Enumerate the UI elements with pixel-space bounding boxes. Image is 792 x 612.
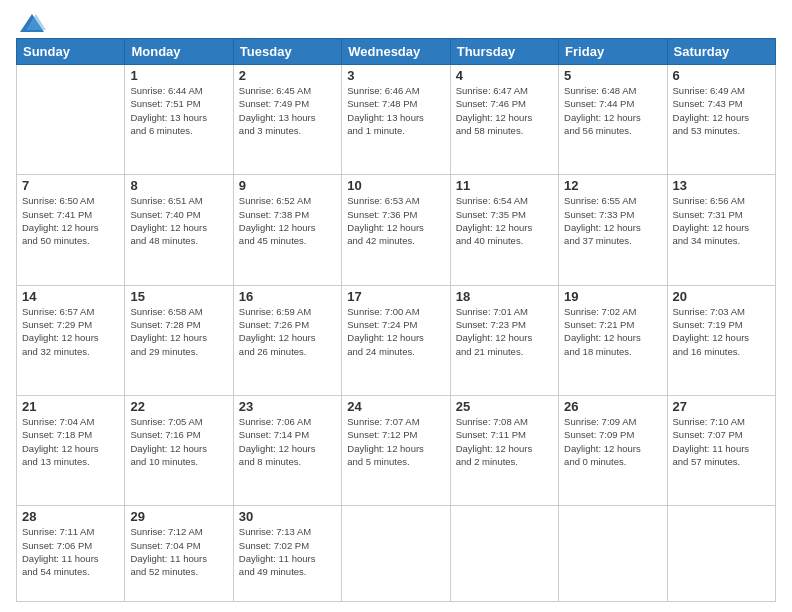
day-info: Sunrise: 7:08 AM Sunset: 7:11 PM Dayligh… [456, 415, 553, 468]
calendar-cell: 16Sunrise: 6:59 AM Sunset: 7:26 PM Dayli… [233, 285, 341, 395]
calendar-cell: 22Sunrise: 7:05 AM Sunset: 7:16 PM Dayli… [125, 396, 233, 506]
day-info: Sunrise: 7:00 AM Sunset: 7:24 PM Dayligh… [347, 305, 444, 358]
calendar-cell: 23Sunrise: 7:06 AM Sunset: 7:14 PM Dayli… [233, 396, 341, 506]
day-info: Sunrise: 7:09 AM Sunset: 7:09 PM Dayligh… [564, 415, 661, 468]
day-info: Sunrise: 6:47 AM Sunset: 7:46 PM Dayligh… [456, 84, 553, 137]
calendar-cell: 27Sunrise: 7:10 AM Sunset: 7:07 PM Dayli… [667, 396, 775, 506]
day-info: Sunrise: 6:45 AM Sunset: 7:49 PM Dayligh… [239, 84, 336, 137]
day-number: 4 [456, 68, 553, 83]
day-number: 5 [564, 68, 661, 83]
day-number: 18 [456, 289, 553, 304]
day-number: 8 [130, 178, 227, 193]
day-number: 14 [22, 289, 119, 304]
day-number: 24 [347, 399, 444, 414]
calendar-week-3: 14Sunrise: 6:57 AM Sunset: 7:29 PM Dayli… [17, 285, 776, 395]
day-number: 26 [564, 399, 661, 414]
col-header-monday: Monday [125, 39, 233, 65]
calendar-cell: 3Sunrise: 6:46 AM Sunset: 7:48 PM Daylig… [342, 65, 450, 175]
day-info: Sunrise: 7:01 AM Sunset: 7:23 PM Dayligh… [456, 305, 553, 358]
calendar-cell: 26Sunrise: 7:09 AM Sunset: 7:09 PM Dayli… [559, 396, 667, 506]
calendar-cell: 19Sunrise: 7:02 AM Sunset: 7:21 PM Dayli… [559, 285, 667, 395]
col-header-sunday: Sunday [17, 39, 125, 65]
day-info: Sunrise: 6:51 AM Sunset: 7:40 PM Dayligh… [130, 194, 227, 247]
day-info: Sunrise: 7:12 AM Sunset: 7:04 PM Dayligh… [130, 525, 227, 578]
day-number: 11 [456, 178, 553, 193]
day-info: Sunrise: 6:49 AM Sunset: 7:43 PM Dayligh… [673, 84, 770, 137]
calendar-cell: 2Sunrise: 6:45 AM Sunset: 7:49 PM Daylig… [233, 65, 341, 175]
day-number: 12 [564, 178, 661, 193]
day-number: 9 [239, 178, 336, 193]
calendar-cell: 21Sunrise: 7:04 AM Sunset: 7:18 PM Dayli… [17, 396, 125, 506]
calendar-cell: 14Sunrise: 6:57 AM Sunset: 7:29 PM Dayli… [17, 285, 125, 395]
day-number: 29 [130, 509, 227, 524]
header-row: SundayMondayTuesdayWednesdayThursdayFrid… [17, 39, 776, 65]
day-number: 30 [239, 509, 336, 524]
logo [16, 10, 46, 34]
day-info: Sunrise: 6:58 AM Sunset: 7:28 PM Dayligh… [130, 305, 227, 358]
calendar-week-2: 7Sunrise: 6:50 AM Sunset: 7:41 PM Daylig… [17, 175, 776, 285]
calendar-table: SundayMondayTuesdayWednesdayThursdayFrid… [16, 38, 776, 602]
calendar-cell: 30Sunrise: 7:13 AM Sunset: 7:02 PM Dayli… [233, 506, 341, 602]
day-info: Sunrise: 7:10 AM Sunset: 7:07 PM Dayligh… [673, 415, 770, 468]
page: SundayMondayTuesdayWednesdayThursdayFrid… [0, 0, 792, 612]
day-info: Sunrise: 6:46 AM Sunset: 7:48 PM Dayligh… [347, 84, 444, 137]
day-info: Sunrise: 6:53 AM Sunset: 7:36 PM Dayligh… [347, 194, 444, 247]
calendar-cell: 25Sunrise: 7:08 AM Sunset: 7:11 PM Dayli… [450, 396, 558, 506]
day-number: 10 [347, 178, 444, 193]
day-info: Sunrise: 6:56 AM Sunset: 7:31 PM Dayligh… [673, 194, 770, 247]
day-info: Sunrise: 6:59 AM Sunset: 7:26 PM Dayligh… [239, 305, 336, 358]
calendar-cell: 9Sunrise: 6:52 AM Sunset: 7:38 PM Daylig… [233, 175, 341, 285]
day-number: 16 [239, 289, 336, 304]
day-number: 13 [673, 178, 770, 193]
day-info: Sunrise: 7:02 AM Sunset: 7:21 PM Dayligh… [564, 305, 661, 358]
calendar-cell: 15Sunrise: 6:58 AM Sunset: 7:28 PM Dayli… [125, 285, 233, 395]
calendar-week-4: 21Sunrise: 7:04 AM Sunset: 7:18 PM Dayli… [17, 396, 776, 506]
col-header-saturday: Saturday [667, 39, 775, 65]
col-header-friday: Friday [559, 39, 667, 65]
col-header-wednesday: Wednesday [342, 39, 450, 65]
calendar-cell: 4Sunrise: 6:47 AM Sunset: 7:46 PM Daylig… [450, 65, 558, 175]
calendar-cell: 1Sunrise: 6:44 AM Sunset: 7:51 PM Daylig… [125, 65, 233, 175]
day-number: 27 [673, 399, 770, 414]
day-info: Sunrise: 6:50 AM Sunset: 7:41 PM Dayligh… [22, 194, 119, 247]
day-info: Sunrise: 7:03 AM Sunset: 7:19 PM Dayligh… [673, 305, 770, 358]
day-number: 3 [347, 68, 444, 83]
day-number: 7 [22, 178, 119, 193]
day-number: 25 [456, 399, 553, 414]
day-info: Sunrise: 7:05 AM Sunset: 7:16 PM Dayligh… [130, 415, 227, 468]
day-number: 22 [130, 399, 227, 414]
day-number: 20 [673, 289, 770, 304]
day-number: 21 [22, 399, 119, 414]
day-info: Sunrise: 6:55 AM Sunset: 7:33 PM Dayligh… [564, 194, 661, 247]
day-info: Sunrise: 6:57 AM Sunset: 7:29 PM Dayligh… [22, 305, 119, 358]
day-number: 28 [22, 509, 119, 524]
calendar-cell: 20Sunrise: 7:03 AM Sunset: 7:19 PM Dayli… [667, 285, 775, 395]
calendar-cell [17, 65, 125, 175]
day-info: Sunrise: 6:44 AM Sunset: 7:51 PM Dayligh… [130, 84, 227, 137]
calendar-cell: 24Sunrise: 7:07 AM Sunset: 7:12 PM Dayli… [342, 396, 450, 506]
calendar-cell: 13Sunrise: 6:56 AM Sunset: 7:31 PM Dayli… [667, 175, 775, 285]
calendar-cell: 6Sunrise: 6:49 AM Sunset: 7:43 PM Daylig… [667, 65, 775, 175]
calendar-cell [342, 506, 450, 602]
calendar-cell: 10Sunrise: 6:53 AM Sunset: 7:36 PM Dayli… [342, 175, 450, 285]
col-header-tuesday: Tuesday [233, 39, 341, 65]
calendar-cell: 18Sunrise: 7:01 AM Sunset: 7:23 PM Dayli… [450, 285, 558, 395]
day-info: Sunrise: 6:48 AM Sunset: 7:44 PM Dayligh… [564, 84, 661, 137]
day-info: Sunrise: 6:54 AM Sunset: 7:35 PM Dayligh… [456, 194, 553, 247]
day-number: 15 [130, 289, 227, 304]
calendar-cell [667, 506, 775, 602]
calendar-cell: 12Sunrise: 6:55 AM Sunset: 7:33 PM Dayli… [559, 175, 667, 285]
calendar-cell: 8Sunrise: 6:51 AM Sunset: 7:40 PM Daylig… [125, 175, 233, 285]
day-number: 17 [347, 289, 444, 304]
calendar-cell: 29Sunrise: 7:12 AM Sunset: 7:04 PM Dayli… [125, 506, 233, 602]
calendar-cell: 7Sunrise: 6:50 AM Sunset: 7:41 PM Daylig… [17, 175, 125, 285]
day-info: Sunrise: 7:04 AM Sunset: 7:18 PM Dayligh… [22, 415, 119, 468]
day-number: 23 [239, 399, 336, 414]
calendar-cell: 11Sunrise: 6:54 AM Sunset: 7:35 PM Dayli… [450, 175, 558, 285]
day-info: Sunrise: 7:13 AM Sunset: 7:02 PM Dayligh… [239, 525, 336, 578]
col-header-thursday: Thursday [450, 39, 558, 65]
logo-icon [18, 10, 46, 38]
calendar-cell: 5Sunrise: 6:48 AM Sunset: 7:44 PM Daylig… [559, 65, 667, 175]
day-number: 19 [564, 289, 661, 304]
calendar-cell [559, 506, 667, 602]
